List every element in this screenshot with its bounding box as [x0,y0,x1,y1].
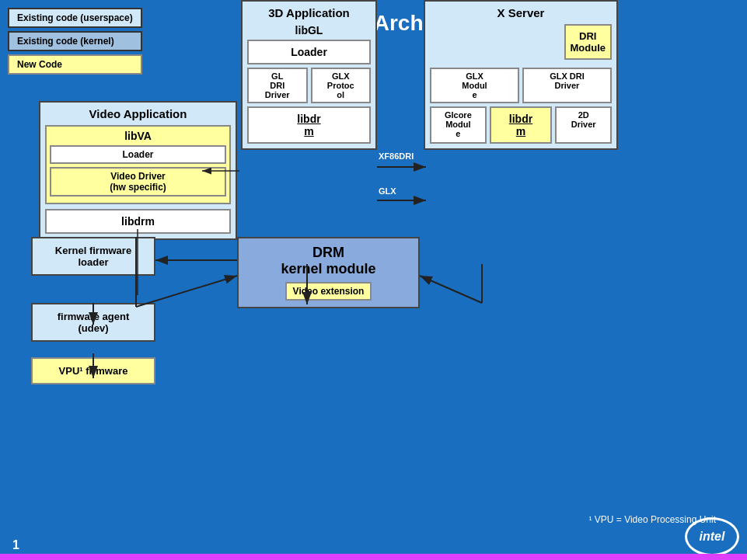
gl-dri-driver-box: GLDRIDriver [247,68,308,103]
vpu-fw-box: VPU¹ firmware [31,357,155,384]
glx-dri-driver-box: GLX DRIDriver [522,68,612,103]
fw-agent-box: firmware agent(udev) [31,303,155,342]
libva-box: libVA Loader Video Driver(hw specific) [45,125,231,204]
legend-kernel: Existing code (kernel) [8,31,142,51]
xs-libdrm: libdrm [490,106,553,144]
svg-line-8 [420,276,482,303]
legend-newcode: New Code [8,54,142,75]
libdrm-3d: libdrm [247,106,371,144]
xs-row1: GLXModule GLX DRIDriver [430,68,612,103]
intel-logo: intel [685,517,739,556]
xf86dri-label: XF86DRI [379,151,414,161]
video-driver-box: Video Driver(hw specific) [50,167,226,197]
xs-row2: GlcoreModule libdrm 2DDriver [430,106,612,144]
svg-line-5 [136,276,237,307]
gl-row: GLDRIDriver GLXProtocol [247,68,371,103]
glx-module-box: GLXModule [430,68,519,103]
glx-label: GLX [379,186,396,196]
page-number: 1 [12,538,19,552]
loader-box-video: Loader [50,145,226,164]
drm-kernel-title: DRMkernel module [245,245,412,277]
xserver-container: X Server DRIModule GLXModule GLX DRIDriv… [424,0,618,150]
libgl-box: libGL [247,24,371,37]
driver-2d-box: 2DDriver [555,106,612,144]
glx-protocol-box: GLXProtocol [311,68,372,103]
intel-text: intel [700,530,725,544]
bottom-border [0,554,747,560]
video-app-container: Video Application libVA Loader Video Dri… [39,101,237,240]
slide: Overview of Architecture Existing code (… [0,0,747,560]
libdrm-video: libdrm [45,209,231,234]
legend: Existing code (userspace) Existing code … [8,8,142,75]
legend-userspace: Existing code (userspace) [8,8,142,28]
app3d-title: 3D Application [247,6,371,19]
kfw-loader-box: Kernel firmwareloader [31,237,155,276]
dri-module-box: DRIModule [564,24,613,60]
xserver-title: X Server [430,6,612,19]
glcore-module-box: GlcoreModule [430,106,487,144]
app3d-container: 3D Application libGL Loader GLDRIDriver … [241,0,377,150]
video-ext-box: Video extension [285,282,372,301]
libva-title: libVA [50,130,226,142]
drm-kernel-container: DRMkernel module Video extension [237,237,420,308]
loader-box-3d: Loader [247,40,371,64]
video-app-title: Video Application [45,107,231,120]
